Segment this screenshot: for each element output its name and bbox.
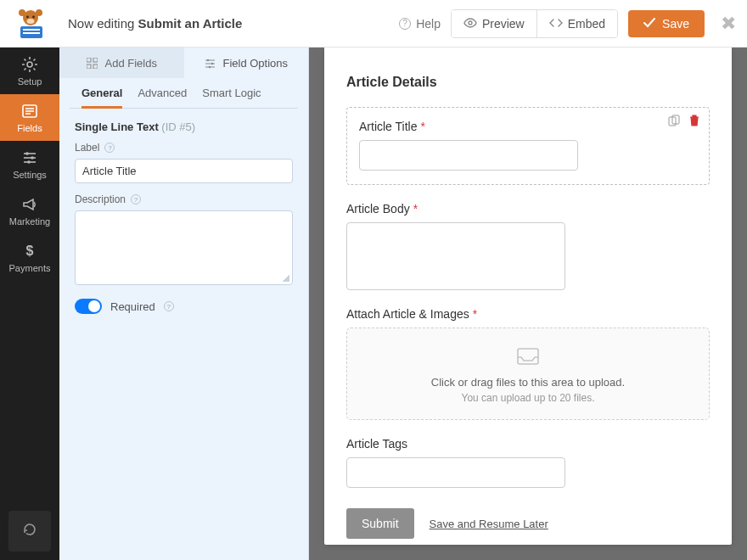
field-label: Article Body* <box>346 202 710 216</box>
history-icon <box>22 522 37 540</box>
tab-field-options[interactable]: Field Options <box>184 48 309 78</box>
top-bar: Now editing Submit an Article ? Help Pre… <box>0 0 747 48</box>
svg-point-5 <box>27 19 35 24</box>
svg-rect-7 <box>23 29 40 31</box>
help-icon[interactable]: ? <box>131 194 141 204</box>
sidebar-subtabs: General Advanced Smart Logic <box>70 78 298 109</box>
field-label: Attach Article & Images* <box>346 307 710 321</box>
svg-rect-8 <box>23 32 40 34</box>
preview-button[interactable]: Preview <box>452 10 537 37</box>
megaphone-icon <box>21 196 38 213</box>
nav-label: Fields <box>17 123 42 133</box>
svg-point-30 <box>211 62 213 64</box>
close-icon: ✖ <box>721 13 736 34</box>
duplicate-icon[interactable] <box>668 115 680 126</box>
nav-settings[interactable]: Settings <box>0 141 59 188</box>
upload-line1: Click or drag files to this area to uplo… <box>356 376 700 389</box>
field-article-tags[interactable]: Article Tags <box>346 437 710 488</box>
nav-history[interactable] <box>8 511 51 552</box>
sliders-icon <box>21 149 38 166</box>
field-article-body[interactable]: Article Body* <box>346 202 710 290</box>
svg-point-19 <box>31 156 34 160</box>
field-label: Article Tags <box>346 437 710 451</box>
trash-icon[interactable] <box>688 115 700 126</box>
preview-canvas-wrap: Article Details Article Title* Article B… <box>309 48 747 560</box>
embed-button[interactable]: Embed <box>537 10 617 37</box>
submit-button[interactable]: Submit <box>346 508 414 539</box>
form-icon <box>21 103 38 120</box>
svg-point-3 <box>26 15 29 18</box>
textarea-input[interactable] <box>346 222 565 290</box>
save-resume-link[interactable]: Save and Resume Later <box>430 518 548 530</box>
field-article-title[interactable]: Article Title* <box>346 107 710 185</box>
nav-label: Payments <box>9 263 51 273</box>
field-meta: Single Line Text (ID #5) <box>59 109 308 137</box>
required-toggle[interactable] <box>75 299 102 314</box>
svg-rect-24 <box>87 64 91 69</box>
nav-payments[interactable]: $ Payments <box>0 234 59 281</box>
nav-label: Setup <box>18 76 42 87</box>
svg-point-20 <box>27 160 31 164</box>
help-icon[interactable]: ? <box>164 301 174 311</box>
subtab-general[interactable]: General <box>81 87 122 109</box>
section-heading: Article Details <box>346 75 710 90</box>
help-icon[interactable]: ? <box>104 143 115 153</box>
field-attach[interactable]: Attach Article & Images* Click or drag f… <box>346 307 710 420</box>
svg-point-31 <box>209 65 211 67</box>
save-button[interactable]: Save <box>628 10 705 37</box>
eye-icon <box>463 17 477 31</box>
svg-text:$: $ <box>26 244 34 258</box>
svg-rect-22 <box>87 58 91 62</box>
sliders-small-icon <box>204 57 216 69</box>
inbox-icon <box>356 347 700 369</box>
left-nav: Setup Fields Settings Marketing $ Paymen… <box>0 48 59 560</box>
svg-rect-23 <box>93 58 98 62</box>
gear-icon <box>21 56 38 73</box>
svg-point-2 <box>36 9 42 16</box>
check-icon <box>643 17 655 31</box>
tab-add-fields[interactable]: Add Fields <box>59 48 184 78</box>
close-button[interactable]: ✖ <box>715 13 737 35</box>
brand-logo <box>12 8 49 40</box>
nav-label: Marketing <box>9 216 50 227</box>
preview-canvas: Article Details Article Title* Article B… <box>324 48 732 545</box>
preview-embed-group: Preview Embed <box>451 9 618 38</box>
label-input[interactable] <box>75 159 293 183</box>
grid-icon <box>87 57 98 69</box>
sidebar-panel: Add Fields Field Options General Advance… <box>59 48 309 560</box>
field-label: Article Title* <box>359 120 697 133</box>
description-input[interactable] <box>75 210 293 285</box>
required-label: Required <box>110 300 155 313</box>
subtab-smart-logic[interactable]: Smart Logic <box>202 87 261 108</box>
text-input[interactable] <box>346 457 565 488</box>
upload-line2: You can upload up to 20 files. <box>356 392 700 404</box>
nav-setup[interactable]: Setup <box>0 48 59 94</box>
svg-point-9 <box>469 21 472 25</box>
code-icon <box>549 17 563 31</box>
nav-label: Settings <box>13 170 47 180</box>
text-input[interactable] <box>359 140 578 171</box>
sidebar-tabs: Add Fields Field Options <box>59 48 308 78</box>
svg-point-29 <box>207 59 209 60</box>
subtab-advanced[interactable]: Advanced <box>138 87 187 108</box>
svg-point-1 <box>19 9 25 16</box>
svg-point-4 <box>32 15 35 18</box>
help-icon: ? <box>399 18 411 30</box>
svg-point-10 <box>27 62 32 67</box>
dollar-icon: $ <box>21 243 38 260</box>
label-label: Label ? <box>75 142 293 154</box>
nav-fields[interactable]: Fields <box>0 94 59 141</box>
description-label: Description ? <box>75 193 293 205</box>
editing-title: Now editing Submit an Article <box>68 16 242 31</box>
help-link[interactable]: ? Help <box>399 17 441 31</box>
svg-point-18 <box>25 152 29 155</box>
svg-rect-25 <box>93 64 98 69</box>
nav-marketing[interactable]: Marketing <box>0 188 59 234</box>
upload-dropzone[interactable]: Click or drag files to this area to uplo… <box>346 328 710 420</box>
